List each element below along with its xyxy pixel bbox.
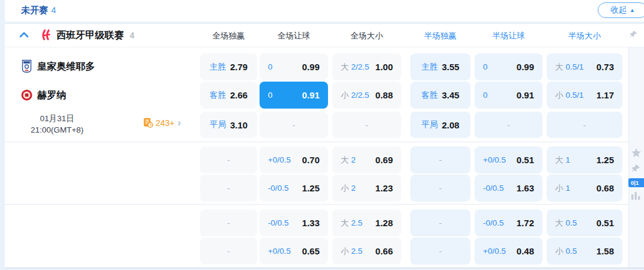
odds-full-handicap-alt2-home[interactable]: -0/0.51.33	[260, 209, 328, 236]
odds-full-1x2-away[interactable]: 客胜2.66	[200, 82, 257, 109]
odds-empty-cell: -	[200, 238, 257, 265]
match-time: 21:00(GMT+8)	[15, 124, 99, 136]
away-team-name: 赫罗纳	[37, 89, 66, 102]
odds-empty-cell: -	[332, 112, 401, 138]
markets-doc-clock-icon	[143, 118, 153, 128]
odds-full-over-alt[interactable]: 大20.69	[332, 146, 401, 173]
odds-full-1x2-draw[interactable]: 平局3.10	[200, 112, 257, 138]
odds-full-handicap-alt2-away[interactable]: +0/0.50.65	[260, 238, 328, 265]
odds-half-under-alt2[interactable]: 小0.51.58	[547, 238, 622, 265]
league-logo-icon	[40, 29, 52, 41]
odds-half-handicap-alt2-away[interactable]: +0/0.50.48	[475, 238, 542, 265]
column-header-full-overunder: 全场大小	[332, 31, 401, 41]
odds-full-handicap-alt-home[interactable]: +0/0.50.70	[260, 146, 328, 173]
odds-full-over[interactable]: 大2/2.51.00	[332, 53, 401, 80]
odds-empty-cell: -	[200, 146, 257, 173]
odds-half-1x2-draw[interactable]: 平局2.08	[410, 112, 470, 138]
triangle-up-icon: ▲	[630, 8, 635, 13]
match-date: 01月31日	[15, 113, 99, 124]
column-header-full-handicap: 全场让球	[260, 31, 328, 41]
markets-count: 243+	[156, 118, 175, 128]
odds-half-over-alt2[interactable]: 大0.50.51	[547, 209, 622, 236]
status-tab-bar: 未开赛4 收起▲	[5, 0, 644, 22]
chevron-right-icon: ›	[178, 118, 181, 128]
status-count: 4	[51, 5, 56, 15]
header-divider	[5, 47, 644, 47]
column-header-half-1x2: 半场独赢	[410, 31, 470, 41]
odds-full-under-alt[interactable]: 小21.23	[332, 175, 401, 202]
odds-full-handicap-away-selected[interactable]: 00.91	[260, 82, 328, 109]
star-icon[interactable]	[631, 148, 642, 158]
odds-half-over[interactable]: 大0.5/10.73	[547, 53, 622, 80]
odds-empty-cell: -	[410, 238, 470, 265]
odds-full-handicap-alt-away[interactable]: -0/0.51.25	[260, 175, 328, 202]
odds-full-under-alt2[interactable]: 小2.50.66	[332, 238, 401, 265]
odds-empty-cell: -	[410, 146, 470, 173]
more-markets-link[interactable]: 243+ ›	[143, 118, 181, 128]
odds-empty-cell: -	[200, 175, 257, 202]
odds-empty-cell: -	[410, 175, 470, 202]
away-team-logo	[21, 89, 32, 101]
corner-stat-badge[interactable]: 0|1	[628, 178, 644, 187]
group-divider	[5, 142, 628, 142]
home-team-name: 皇家奥维耶多	[37, 61, 95, 73]
odds-full-1x2-home[interactable]: 主胜2.79	[200, 53, 257, 80]
status-not-started[interactable]: 未开赛4	[21, 5, 56, 16]
league-name[interactable]: 西班牙甲级联赛	[56, 29, 124, 42]
column-header-half-overunder: 半场大小	[547, 31, 622, 41]
odds-half-over-alt[interactable]: 大11.25	[547, 146, 622, 173]
odds-empty-cell: -	[200, 209, 257, 236]
league-match-count: 4	[130, 31, 135, 40]
column-header-half-handicap: 半场让球	[475, 31, 542, 41]
collapse-button[interactable]: 收起▲	[598, 2, 644, 18]
odds-empty-cell: -	[475, 112, 542, 138]
odds-half-1x2-home[interactable]: 主胜3.55	[410, 53, 470, 80]
odds-empty-cell: -	[547, 112, 622, 138]
odds-empty-cell: -	[260, 112, 328, 138]
odds-half-handicap-alt-away[interactable]: -0/0.51.63	[475, 175, 542, 202]
home-team-logo	[22, 59, 32, 73]
match-datetime: 01月31日 21:00(GMT+8)	[15, 113, 99, 136]
column-header-full-1x2: 全场独赢	[200, 31, 257, 41]
odds-empty-cell: -	[410, 209, 470, 236]
odds-half-1x2-away[interactable]: 客胜3.45	[410, 82, 470, 109]
odds-full-over-alt2[interactable]: 大2.51.28	[332, 209, 401, 236]
chevron-up-icon[interactable]	[19, 31, 29, 39]
odds-half-under-alt[interactable]: 小10.68	[547, 175, 622, 202]
pin-icon[interactable]	[631, 164, 641, 174]
odds-half-handicap-alt2-home[interactable]: -0/0.51.72	[475, 209, 542, 236]
odds-half-under[interactable]: 小0.5/11.17	[547, 82, 622, 109]
odds-full-under[interactable]: 小2/2.50.88	[332, 82, 401, 109]
odds-half-handicap-alt-home[interactable]: +0/0.50.51	[475, 146, 542, 173]
odds-half-handicap-away[interactable]: 00.91	[475, 82, 542, 109]
odds-half-handicap-home[interactable]: 00.99	[475, 53, 542, 80]
bar-chart-icon[interactable]	[631, 191, 641, 200]
pin-icon[interactable]	[629, 30, 638, 39]
group-divider	[5, 204, 628, 205]
odds-full-handicap-home[interactable]: 00.99	[260, 53, 328, 80]
